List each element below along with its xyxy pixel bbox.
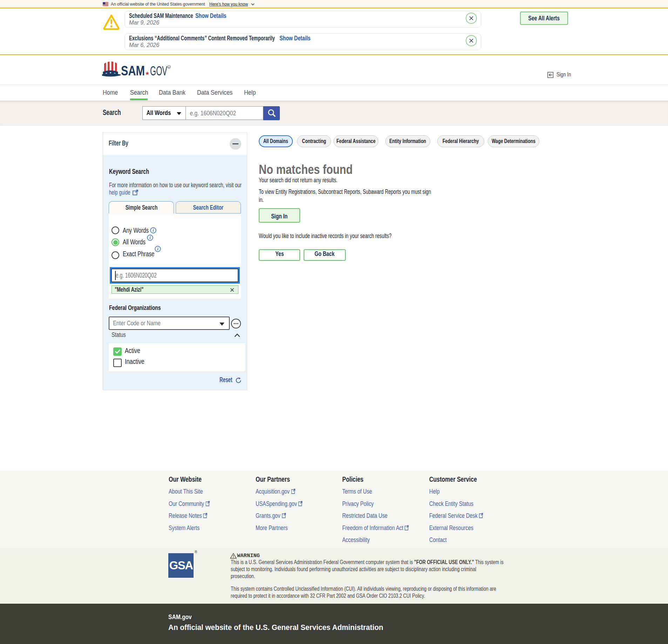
svg-text:i: i [157, 246, 158, 251]
svg-text:i: i [153, 228, 154, 233]
svg-text:SAM: SAM [121, 63, 145, 77]
svg-text:GOV: GOV [150, 64, 167, 77]
svg-text:R: R [168, 66, 170, 68]
svg-text:i: i [149, 235, 151, 240]
